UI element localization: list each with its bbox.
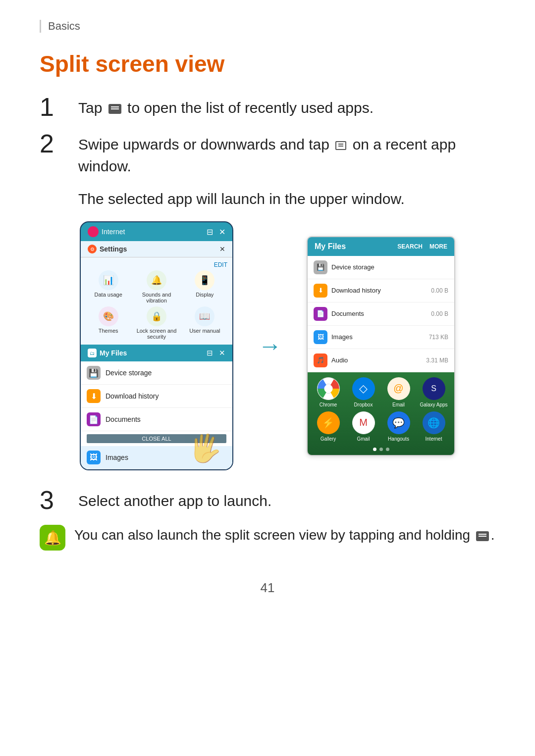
edit-label: EDIT <box>86 261 227 268</box>
dot-1 <box>373 448 376 451</box>
rf-docs: 📄 Documents 0.00 B <box>308 302 454 326</box>
app-gmail: M Gmail <box>348 411 379 442</box>
settings-item-manual: 📖 User manual <box>182 306 227 340</box>
app-gallery: ⚡ Gallery <box>313 411 344 442</box>
note-icon: 🔔 <box>40 525 65 551</box>
svg-point-2 <box>324 384 332 393</box>
note-row: 🔔 You can also launch the split screen v… <box>40 525 495 551</box>
step-1-number: 1 <box>40 94 69 120</box>
settings-item-display: 📱 Display <box>182 270 227 303</box>
settings-content: EDIT 📊 Data usage 🔔 Sounds andvibration … <box>81 257 232 345</box>
app-grid-area: Chrome ◇ Dropbox @ Email S Galaxy Apps ⚡ <box>308 372 454 455</box>
settings-bar: ⚙ Settings ✕ <box>81 241 232 257</box>
step-1: 1 Tap to open the list of recently used … <box>40 97 495 120</box>
app-email: @ Email <box>383 377 414 407</box>
step-2-text: Swipe upwards or downwards and tap on a … <box>78 134 495 177</box>
dots-indicator <box>313 446 449 453</box>
step-2-subtext: The selected app will launch in the uppe… <box>78 191 495 207</box>
page-title: Split screen view <box>40 50 495 77</box>
breadcrumb: Basics <box>40 20 495 33</box>
step-2-number: 2 <box>40 131 69 156</box>
arrow-right: → <box>258 332 282 359</box>
myfiles-list-right: 💾 Device storage ⬇ Download history 0.00… <box>308 256 454 372</box>
hand-icon: 🖐 <box>186 430 225 467</box>
app-hangouts: 💬 Hangouts <box>383 411 414 442</box>
rf-storage: 💾 Device storage <box>308 256 454 279</box>
settings-item-data: 📊 Data usage <box>86 270 131 303</box>
app-grid-row1: Chrome ◇ Dropbox @ Email S Galaxy Apps <box>313 377 449 407</box>
page-number: 41 <box>40 580 495 596</box>
app-galaxy: S Galaxy Apps <box>418 377 449 407</box>
dot-2 <box>379 448 383 451</box>
rf-audio: 🎵 Audio 3.31 MB <box>308 349 454 372</box>
step-3-number: 3 <box>40 487 69 513</box>
app-chrome: Chrome <box>313 377 344 407</box>
dot-3 <box>386 448 389 451</box>
step-3: 3 Select another app to launch. <box>40 490 495 513</box>
app-internet: 🌐 Internet <box>418 411 449 442</box>
settings-item-sound: 🔔 Sounds andvibration <box>134 270 179 303</box>
app-dropbox: ◇ Dropbox <box>348 377 379 407</box>
myfiles-bar-left: 🗂 My Files ⊟ ✕ <box>81 345 232 361</box>
phone-left: Internet ⊟ ✕ ⚙ Settings ✕ EDIT 📊 Data us… <box>80 221 233 470</box>
step-2: 2 Swipe upwards or downwards and tap on … <box>40 134 495 177</box>
myfiles-item-storage: 💾 Device storage <box>81 361 232 385</box>
rf-download: ⬇ Download history 0.00 B <box>308 279 454 302</box>
settings-item-lock: 🔒 Lock screen andsecurity <box>134 306 179 340</box>
rf-images: 🖼 Images 713 KB <box>308 326 454 349</box>
illustration: Internet ⊟ ✕ ⚙ Settings ✕ EDIT 📊 Data us… <box>40 221 495 470</box>
internet-bar: Internet ⊟ ✕ <box>81 222 232 241</box>
step-3-text: Select another app to launch. <box>78 490 271 512</box>
app-grid-row2: ⚡ Gallery M Gmail 💬 Hangouts 🌐 Internet <box>313 411 449 442</box>
myfiles-header-right: My Files SEARCH MORE <box>308 237 454 256</box>
phone-right: My Files SEARCH MORE 💾 Device storage ⬇ … <box>307 236 455 456</box>
note-text: You can also launch the split screen vie… <box>74 525 495 546</box>
myfiles-item-docs: 📄 Documents <box>81 408 232 431</box>
settings-item-themes: 🎨 Themes <box>86 306 131 340</box>
settings-grid: 📊 Data usage 🔔 Sounds andvibration 📱 Dis… <box>86 270 227 340</box>
myfiles-item-download: ⬇ Download history <box>81 385 232 408</box>
step-1-text: Tap to open the list of recently used ap… <box>78 97 374 119</box>
